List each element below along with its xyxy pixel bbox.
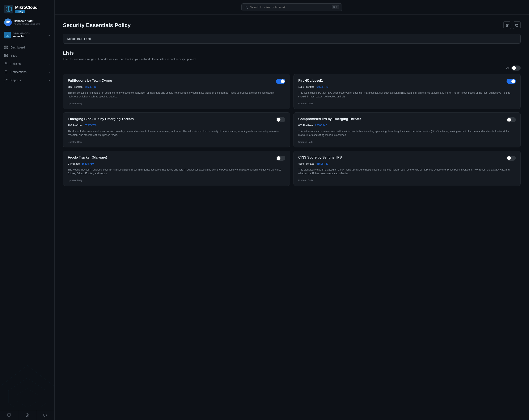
svg-rect-6 — [4, 46, 6, 47]
user-email: hannes@mikrocloud.com — [14, 23, 50, 25]
card-prefixes: 1251 Prefixes — [298, 85, 315, 88]
sidebar-bottom-bar — [0, 410, 54, 420]
page-header: Security Essentials Policy — [63, 21, 521, 29]
search-box[interactable]: ⌘ K — [241, 3, 342, 11]
chevron-icon: ⌄ — [48, 70, 50, 73]
sidebar-item-policies[interactable]: Policies ⌄ — [0, 60, 54, 68]
org-icon — [4, 32, 11, 39]
all-toggle-row: All — [63, 66, 521, 70]
sidebar-item-label: Sites — [11, 54, 50, 57]
toggle-track — [506, 156, 516, 161]
search-input[interactable] — [250, 6, 330, 9]
sidebar-item-label: Dashboard — [11, 46, 50, 49]
card-updated: Updated Daily — [68, 179, 82, 182]
card-updated: Updated Daily — [68, 141, 82, 143]
chart-icon — [4, 78, 8, 82]
card-header: Emerging Block IPs by Emerging Threats — [68, 117, 285, 122]
sidebar-item-reports[interactable]: Reports ⌄ — [0, 76, 54, 84]
sidebar-item-label: Policies — [11, 62, 46, 66]
toggle-track — [276, 79, 285, 84]
card-header: FullBogons by Team Cymru — [68, 79, 285, 84]
sidebar-item-sites[interactable]: Sites — [0, 52, 54, 60]
toggle-thumb — [511, 79, 515, 83]
grid-icon — [4, 46, 8, 49]
card-toggle[interactable] — [506, 79, 516, 84]
card-description: This blocklist include IP's based on a r… — [298, 168, 516, 176]
sidebar-nav: Dashboard Sites — [0, 41, 54, 410]
svg-rect-10 — [4, 54, 5, 57]
card-toggle[interactable] — [276, 117, 285, 122]
logout-button[interactable] — [36, 410, 54, 420]
svg-rect-12 — [6, 56, 8, 57]
toggle-track — [506, 79, 516, 84]
toggle-thumb — [512, 66, 516, 70]
list-item: Compromised IPs by Emerging Threats 603 … — [293, 112, 521, 148]
user-circle-button[interactable] — [18, 410, 37, 420]
svg-point-17 — [27, 414, 28, 415]
card-updated: Updated Daily — [298, 179, 313, 182]
card-description: This list contains IPs that are not assi… — [68, 91, 285, 99]
lists-description: Each list contains a range of IP address… — [63, 57, 521, 61]
card-header: Feodo Tracker (Malware) — [68, 156, 285, 161]
toggle-thumb — [281, 79, 285, 83]
monitor-button[interactable] — [0, 410, 18, 420]
sidebar-item-label: Reports — [11, 79, 46, 82]
delete-button[interactable] — [503, 21, 511, 29]
content-area: Security Essentials Policy — [54, 15, 529, 420]
svg-rect-1 — [8, 8, 9, 10]
logo-icon — [4, 5, 13, 14]
card-prefixes: 603 Prefixes — [298, 124, 313, 127]
lists-grid: FullBogons by Team Cymru 689 Prefixes 65… — [63, 74, 521, 186]
card-prefixes: 0 Prefixes — [68, 162, 80, 165]
card-prefixes: 996 Prefixes — [68, 124, 82, 127]
app-badge: Portal — [15, 10, 25, 13]
card-toggle[interactable] — [276, 79, 285, 84]
card-asn: 65505:730 — [85, 124, 97, 127]
org-label: Organization — [13, 32, 46, 35]
card-updated: Updated Daily — [68, 102, 82, 105]
toggle-track — [276, 117, 285, 122]
all-label: All — [506, 66, 509, 69]
toggle-track — [511, 66, 521, 70]
search-shortcut: ⌘ K — [332, 5, 339, 9]
toggle-thumb — [507, 156, 511, 160]
copy-icon — [515, 24, 518, 27]
card-toggle[interactable] — [276, 156, 285, 161]
chevron-down-icon: ⌄ — [48, 34, 50, 37]
list-item: FullBogons by Team Cymru 689 Prefixes 65… — [63, 74, 290, 109]
user-profile: HK Hannes Kruger hannes@mikrocloud.com — [0, 15, 54, 29]
list-item: CINS Score by Sentinel IPS 4369 Prefixes… — [293, 151, 521, 186]
card-description: This list includes hosts associated with… — [298, 129, 516, 137]
card-updated: Updated Daily — [298, 102, 313, 105]
bgp-feed-selector[interactable]: Default BGP Feed — [63, 34, 521, 44]
svg-rect-8 — [4, 48, 6, 49]
toggle-track — [276, 156, 285, 161]
card-asn: 65505:750 — [82, 162, 94, 165]
sidebar-item-notifications[interactable]: Notifications ⌄ — [0, 68, 54, 76]
card-header: CINS Score by Sentinel IPS — [298, 156, 516, 161]
card-title: FireHOL Level1 — [298, 79, 323, 82]
app-name: MikroCloud — [15, 5, 38, 10]
org-selector[interactable]: Organization Acme Inc. ⌄ — [0, 29, 54, 41]
card-asn: 65505:720 — [317, 85, 329, 88]
sidebar-item-dashboard[interactable]: Dashboard — [0, 43, 54, 52]
svg-rect-3 — [7, 34, 8, 34]
trash-icon — [505, 24, 509, 27]
svg-rect-15 — [7, 414, 11, 416]
card-asn: 65505:760 — [317, 162, 329, 165]
card-toggle[interactable] — [506, 156, 516, 161]
card-title: FullBogons by Team Cymru — [68, 79, 112, 82]
bell-icon — [4, 70, 8, 74]
chevron-icon: ⌄ — [48, 79, 50, 81]
lists-title: Lists — [63, 50, 521, 56]
search-icon — [245, 6, 248, 9]
card-header: Compromised IPs by Emerging Threats — [298, 117, 516, 122]
svg-rect-9 — [6, 48, 8, 49]
avatar: HK — [4, 18, 12, 26]
copy-button[interactable] — [513, 21, 521, 29]
toggle-thumb — [507, 118, 511, 122]
card-toggle[interactable] — [506, 117, 516, 122]
page-actions — [503, 21, 521, 29]
all-toggle[interactable] — [511, 66, 521, 70]
card-asn: 65505:740 — [315, 124, 327, 127]
